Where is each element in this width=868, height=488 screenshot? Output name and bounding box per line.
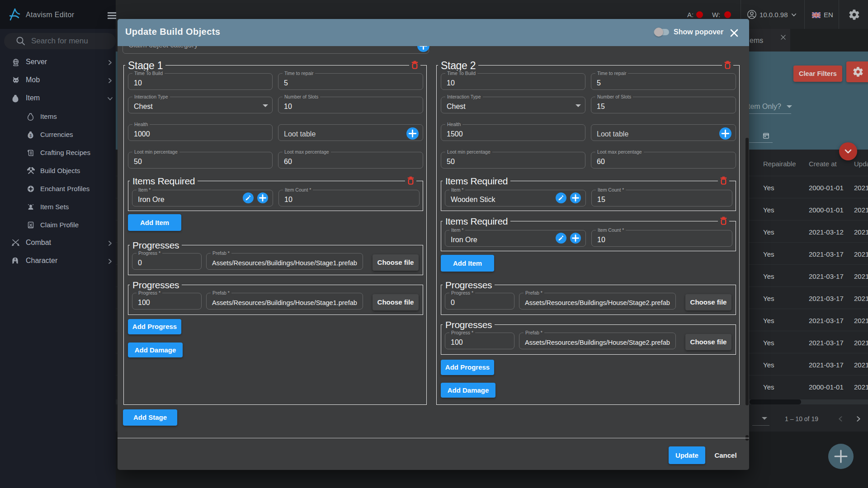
svg-text:$: $ bbox=[29, 133, 32, 138]
